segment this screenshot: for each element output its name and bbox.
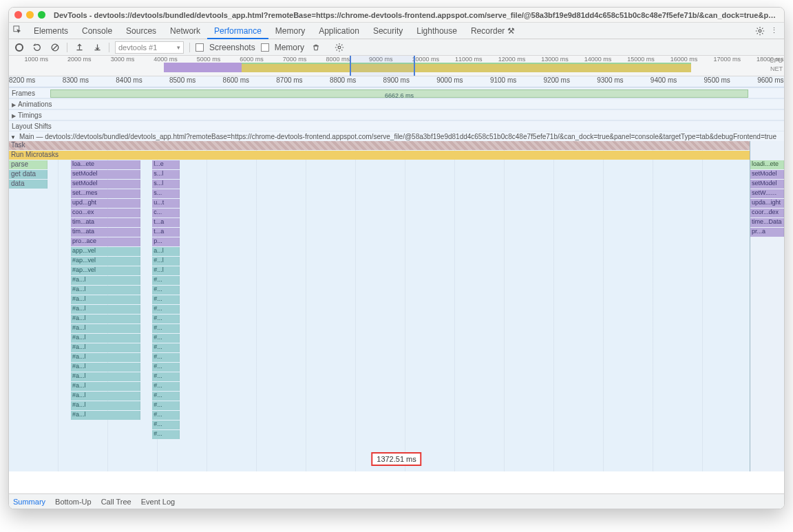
- tab-network[interactable]: Network: [163, 23, 207, 39]
- flame-segment[interactable]: tim...ata: [71, 218, 140, 227]
- flame-segment[interactable]: a...l: [152, 247, 179, 256]
- flame-segment[interactable]: #...: [152, 430, 179, 439]
- flame-segment[interactable]: c...: [152, 209, 179, 217]
- tab-security[interactable]: Security: [366, 23, 410, 39]
- capture-settings-icon[interactable]: [333, 41, 346, 54]
- flame-segment[interactable]: #a...l: [71, 411, 140, 420]
- flame-segment[interactable]: set...mes: [71, 189, 140, 198]
- flame-segment[interactable]: #...: [152, 382, 179, 391]
- flame-right-segment[interactable]: pr...a: [750, 228, 784, 237]
- flame-segment[interactable]: #...: [152, 343, 179, 352]
- flame-right-segment[interactable]: setModel: [750, 170, 784, 179]
- flame-segment[interactable]: #...: [152, 401, 179, 410]
- flame-segment[interactable]: #a...l: [71, 401, 140, 410]
- flame-segment[interactable]: #...: [152, 286, 179, 295]
- flame-right-segment[interactable]: setW...mes: [750, 189, 784, 198]
- flame-segment[interactable]: p...: [152, 237, 179, 246]
- reload-button[interactable]: [31, 41, 43, 54]
- flame-segment[interactable]: #a...l: [71, 343, 140, 352]
- flame-segment[interactable]: l...e: [152, 160, 179, 169]
- flame-segment[interactable]: s...l: [152, 170, 179, 179]
- track-animations[interactable]: Animations: [9, 98, 784, 109]
- tab-performance[interactable]: Performance: [207, 23, 268, 39]
- tab-console[interactable]: Console: [75, 23, 119, 39]
- track-main[interactable]: Main — devtools://devtools/bundled/devto…: [9, 131, 784, 141]
- tab-sources[interactable]: Sources: [119, 23, 163, 39]
- flame-segment[interactable]: loa...ete: [71, 160, 140, 169]
- timeline-overview[interactable]: 1000 ms2000 ms3000 ms4000 ms5000 ms6000 …: [9, 56, 784, 76]
- flame-segment[interactable]: tim...ata: [71, 228, 140, 237]
- flame-segment[interactable]: #...: [152, 305, 179, 314]
- flame-segment[interactable]: #...l: [152, 266, 179, 275]
- flame-ruler[interactable]: 8200 ms8300 ms8400 ms8500 ms8600 ms8700 …: [9, 76, 784, 87]
- flame-chart[interactable]: TaskRun Microtasksparseloa...etel...eget…: [9, 141, 784, 471]
- flame-segment[interactable]: #...: [152, 276, 179, 285]
- settings-icon[interactable]: [754, 25, 766, 37]
- flame-segment[interactable]: app...vel: [71, 247, 140, 256]
- track-layout-shifts[interactable]: Layout Shifts: [9, 120, 784, 131]
- tab-lighthouse[interactable]: Lighthouse: [410, 23, 464, 39]
- flame-segment[interactable]: #...: [152, 295, 179, 304]
- flame-segment[interactable]: #a...l: [71, 363, 140, 372]
- flame-segment[interactable]: #a...l: [71, 392, 140, 401]
- flame-segment[interactable]: #ap...vel: [71, 257, 140, 266]
- load-profile-button[interactable]: [73, 41, 85, 54]
- flame-segment[interactable]: s...: [152, 189, 179, 198]
- flame-segment[interactable]: #...: [152, 421, 179, 429]
- flame-segment[interactable]: #a...l: [71, 334, 140, 343]
- garbage-collect-button[interactable]: [310, 41, 322, 54]
- tab-memory[interactable]: Memory: [268, 23, 312, 39]
- flame-right-segment[interactable]: coor...dex: [750, 209, 784, 217]
- flame-segment[interactable]: #a...l: [71, 353, 140, 362]
- screenshots-checkbox[interactable]: [195, 43, 204, 52]
- flame-segment[interactable]: #a...l: [71, 276, 140, 285]
- flame-right-segment[interactable]: setModel: [750, 180, 784, 189]
- track-frames[interactable]: Frames 6662.6 ms: [9, 87, 784, 98]
- flame-segment[interactable]: upd...ght: [71, 199, 140, 208]
- flame-segment[interactable]: #a...l: [71, 372, 140, 381]
- flame-segment[interactable]: setModel: [71, 180, 140, 189]
- flame-segment[interactable]: [9, 141, 784, 150]
- flame-segment[interactable]: [9, 151, 784, 160]
- save-profile-button[interactable]: [91, 41, 103, 54]
- track-timings[interactable]: Timings: [9, 109, 784, 120]
- overview-selection[interactable]: [350, 56, 415, 76]
- flame-segment[interactable]: #...: [152, 353, 179, 362]
- flame-right-segment[interactable]: loadi...ete: [750, 160, 784, 169]
- frame-bar[interactable]: 6662.6 ms: [50, 89, 748, 98]
- recording-select[interactable]: devtools #1: [115, 41, 184, 54]
- flame-segment[interactable]: #a...l: [71, 324, 140, 333]
- record-button[interactable]: [13, 41, 25, 54]
- flame-segment[interactable]: #...: [152, 372, 179, 381]
- inspect-icon[interactable]: [13, 25, 25, 36]
- tracks-area[interactable]: Frames 6662.6 ms Animations Timings Layo…: [9, 87, 784, 493]
- details-tab-bottom-up[interactable]: Bottom-Up: [55, 498, 92, 506]
- flame-segment[interactable]: #a...l: [71, 295, 140, 304]
- flame-segment[interactable]: coo...ex: [71, 209, 140, 217]
- details-tab-call-tree[interactable]: Call Tree: [101, 498, 131, 506]
- flame-segment[interactable]: s...l: [152, 180, 179, 189]
- flame-segment[interactable]: t...a: [152, 228, 179, 237]
- kebab-menu-icon[interactable]: ⋮: [768, 25, 780, 37]
- flame-segment[interactable]: #...: [152, 411, 179, 420]
- tab-application[interactable]: Application: [312, 23, 366, 39]
- minimize-icon[interactable]: [26, 11, 34, 19]
- flame-segment[interactable]: #a...l: [71, 305, 140, 314]
- close-icon[interactable]: [14, 11, 22, 19]
- details-tab-summary[interactable]: Summary: [13, 498, 45, 506]
- flame-right-segment[interactable]: time...Data: [750, 218, 784, 227]
- flame-segment[interactable]: #...: [152, 324, 179, 333]
- flame-segment[interactable]: #...l: [152, 257, 179, 266]
- flame-segment[interactable]: #...: [152, 315, 179, 323]
- flame-segment[interactable]: #...: [152, 334, 179, 343]
- flame-segment[interactable]: #...: [152, 392, 179, 401]
- flame-segment[interactable]: #ap...vel: [71, 266, 140, 275]
- flame-right-segment[interactable]: upda...ight: [750, 199, 784, 208]
- flame-segment[interactable]: #a...l: [71, 382, 140, 391]
- clear-button[interactable]: [49, 41, 61, 54]
- memory-checkbox[interactable]: [261, 43, 269, 52]
- flame-segment[interactable]: #a...l: [71, 286, 140, 295]
- tab-elements[interactable]: Elements: [27, 23, 75, 39]
- flame-segment[interactable]: #a...l: [71, 315, 140, 323]
- flame-segment[interactable]: setModel: [71, 170, 140, 179]
